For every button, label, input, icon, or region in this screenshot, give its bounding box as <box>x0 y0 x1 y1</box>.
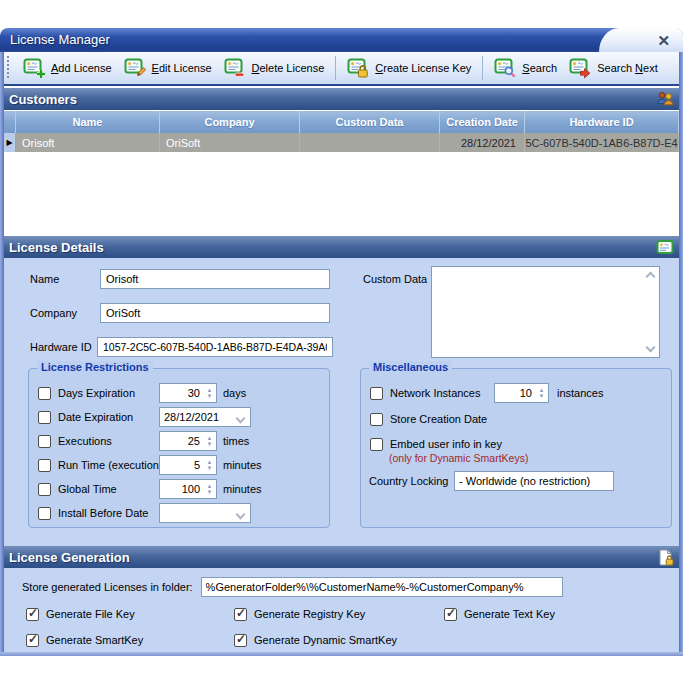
window-border-left <box>0 52 4 652</box>
install-before-date-dropdown[interactable] <box>159 503 251 523</box>
spinner-arrows-icon[interactable]: ▲▼ <box>203 436 216 447</box>
generate-dynamic-smartkey-option[interactable]: Generate Dynamic SmartKey <box>234 632 397 648</box>
network-instances-stepper[interactable]: 10 ▲▼ <box>494 383 549 403</box>
store-creation-date-label: Store Creation Date <box>390 413 487 425</box>
days-expiration-checkbox[interactable] <box>38 387 51 400</box>
executions-value: 25 <box>160 435 203 447</box>
spinner-arrows-icon[interactable]: ▲▼ <box>203 388 216 399</box>
hardware-id-field[interactable] <box>97 337 333 357</box>
embed-user-info-checkbox[interactable] <box>370 438 383 451</box>
column-header-hardware-id[interactable]: Hardware ID <box>525 111 679 133</box>
generate-text-key-label: Generate Text Key <box>464 608 555 620</box>
network-instances-checkbox[interactable] <box>370 387 383 400</box>
date-expiration-checkbox[interactable] <box>38 411 51 424</box>
executions-stepper[interactable]: 25 ▲▼ <box>159 431 217 451</box>
cell-hardware-id[interactable]: 5C-607B-540D-1AB6-B87D-E4 <box>525 133 679 152</box>
chevron-down-icon <box>236 414 246 424</box>
license-restrictions-title: License Restrictions <box>37 361 153 373</box>
company-field[interactable] <box>100 303 330 323</box>
customers-section-title: Customers <box>9 92 77 107</box>
store-folder-input[interactable] <box>201 577 563 597</box>
generate-registry-key-checkbox[interactable] <box>234 608 247 621</box>
generate-smartkey-checkbox[interactable] <box>26 634 39 647</box>
toolbar-button-label: Search Next <box>597 62 658 74</box>
generate-text-key-option[interactable]: Generate Text Key <box>444 606 555 622</box>
run-time-stepper[interactable]: 5 ▲▼ <box>159 455 217 475</box>
country-locking-dropdown[interactable]: - Worldwide (no restriction) <box>454 471 614 491</box>
column-header-company[interactable]: Company <box>160 111 300 133</box>
row-selector-icon: ▶ <box>4 133 16 152</box>
network-instances-row: Network Instances <box>370 383 480 403</box>
generate-file-key-option[interactable]: Generate File Key <box>26 606 135 622</box>
create-license-key-button[interactable]: Create License Key <box>341 54 477 82</box>
run-time-unit-label: minutes <box>223 455 262 475</box>
run-time-label: Run Time (execution) <box>58 459 163 471</box>
column-header-custom-data[interactable]: Custom Data <box>300 111 440 133</box>
edit-license-button[interactable]: Edit License <box>118 54 218 82</box>
spinner-arrows-icon[interactable]: ▲▼ <box>535 388 548 399</box>
cell-creation-date[interactable]: 28/12/2021 <box>440 133 525 152</box>
custom-data-field[interactable] <box>431 266 660 358</box>
days-expiration-stepper[interactable]: 30 ▲▼ <box>159 383 217 403</box>
generate-registry-key-option[interactable]: Generate Registry Key <box>234 606 365 622</box>
search-next-button[interactable]: Search Next <box>563 54 664 82</box>
generate-text-key-checkbox[interactable] <box>444 608 457 621</box>
generate-file-key-checkbox[interactable] <box>26 608 39 621</box>
cell-company[interactable]: OriSoft <box>160 133 300 152</box>
add-license-icon <box>23 57 47 79</box>
global-time-checkbox[interactable] <box>38 483 51 496</box>
days-expiration-row: Days Expiration <box>38 383 135 403</box>
run-time-row: Run Time (execution) <box>38 455 163 475</box>
date-expiration-label: Date Expiration <box>58 411 133 423</box>
cell-custom-data[interactable] <box>300 133 440 152</box>
toolbar-separator <box>482 56 483 80</box>
country-locking-value: - Worldwide (no restriction) <box>459 475 590 487</box>
generate-smartkey-option[interactable]: Generate SmartKey <box>26 632 143 648</box>
run-time-checkbox[interactable] <box>38 459 51 472</box>
date-expiration-value: 28/12/2021 <box>164 411 219 423</box>
delete-license-button[interactable]: Delete License <box>218 54 331 82</box>
folder-row: Store generated Licenses in folder: <box>22 577 563 597</box>
license-manager-window: License Manager ✕ Add License <box>0 28 683 656</box>
network-instances-label: Network Instances <box>390 387 480 399</box>
global-time-label: Global Time <box>58 483 117 495</box>
store-creation-date-checkbox[interactable] <box>370 413 383 426</box>
toolbar-button-label: Delete License <box>252 62 325 74</box>
store-creation-date-row: Store Creation Date <box>370 409 487 429</box>
days-expiration-label: Days Expiration <box>58 387 135 399</box>
global-time-stepper[interactable]: 100 ▲▼ <box>159 479 217 499</box>
close-button[interactable]: ✕ <box>599 28 683 52</box>
executions-checkbox[interactable] <box>38 435 51 448</box>
add-license-button[interactable]: Add License <box>17 54 118 82</box>
license-details-section-title: License Details <box>9 240 104 255</box>
table-row[interactable]: ▶ Orisoft OriSoft 28/12/2021 5C-607B-540… <box>4 133 679 152</box>
page-lock-icon <box>658 549 674 566</box>
column-header-name[interactable]: Name <box>16 111 160 133</box>
name-field[interactable] <box>100 269 330 289</box>
generate-dynamic-smartkey-checkbox[interactable] <box>234 634 247 647</box>
name-label: Name <box>30 273 59 285</box>
search-button[interactable]: Search <box>488 54 563 82</box>
global-time-row: Global Time <box>38 479 117 499</box>
spinner-arrows-icon[interactable]: ▲▼ <box>203 484 216 495</box>
license-generation-section-header: License Generation <box>0 546 683 568</box>
install-before-date-checkbox[interactable] <box>38 507 51 520</box>
license-generation-panel: Store generated Licenses in folder: Gene… <box>0 568 683 652</box>
install-before-date-label: Install Before Date <box>58 507 149 519</box>
embed-user-info-row: Embed user info in key <box>370 434 502 454</box>
column-header-marker <box>4 111 16 133</box>
cell-name[interactable]: Orisoft <box>16 133 160 152</box>
column-header-creation-date[interactable]: Creation Date <box>440 111 525 133</box>
country-locking-label: Country Locking <box>369 471 449 491</box>
toolbar-grip[interactable] <box>7 56 9 80</box>
generate-registry-key-label: Generate Registry Key <box>254 608 365 620</box>
days-unit-label: days <box>223 383 246 403</box>
custom-data-textarea[interactable] <box>432 267 659 357</box>
spinner-arrows-icon[interactable]: ▲▼ <box>203 460 216 471</box>
date-expiration-dropdown[interactable]: 28/12/2021 <box>159 407 251 427</box>
title-bar[interactable]: License Manager ✕ <box>0 28 683 52</box>
store-folder-label: Store generated Licenses in folder: <box>22 581 193 593</box>
window-border-bottom <box>0 652 683 656</box>
toolbar-button-label: Search <box>522 62 557 74</box>
license-details-section-header: License Details <box>0 236 683 258</box>
